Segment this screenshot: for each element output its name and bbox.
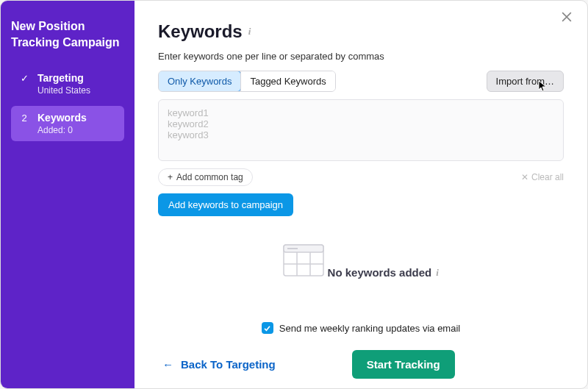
step-subtitle: United States [37, 85, 117, 96]
tabs-row: Only Keywords Tagged Keywords Import fro… [158, 71, 564, 92]
empty-state: No keywords added i [158, 244, 564, 287]
close-button[interactable] [559, 10, 577, 27]
page-title-text: Keywords [158, 21, 243, 42]
close-icon: ✕ [521, 172, 528, 182]
step-title: Targeting [37, 72, 117, 84]
keyword-mode-segment: Only Keywords Tagged Keywords [158, 71, 336, 92]
email-updates-label: Send me weekly ranking updates via email [279, 323, 460, 334]
textarea-under-row: + Add common tag ✕ Clear all [158, 168, 564, 186]
modal-root: New Position Tracking Campaign ✓ Targeti… [0, 0, 588, 389]
clear-all-button[interactable]: ✕ Clear all [521, 172, 564, 182]
info-icon[interactable]: i [436, 267, 439, 279]
step-targeting[interactable]: ✓ Targeting United States [11, 66, 124, 101]
plus-icon: + [168, 172, 173, 182]
step-title: Keywords [37, 112, 117, 124]
info-icon[interactable]: i [248, 26, 251, 38]
start-tracking-button[interactable]: Start Tracking [352, 350, 455, 379]
footer-row: ← Back To Targeting Start Tracking [158, 350, 564, 379]
step-subtitle: Added: 0 [37, 125, 117, 135]
import-button-label: Import from… [496, 76, 554, 87]
import-from-button[interactable]: Import from… [487, 71, 564, 92]
step-number: 2 [18, 113, 30, 124]
keywords-textarea[interactable] [158, 99, 564, 161]
tab-tagged-keywords[interactable]: Tagged Keywords [240, 71, 334, 91]
arrow-left-icon: ← [162, 358, 173, 371]
page-title: Keywords i [158, 21, 251, 42]
empty-title-text: No keywords added [328, 266, 432, 279]
back-to-targeting-link[interactable]: ← Back To Targeting [162, 358, 276, 371]
empty-state-title: No keywords added i [328, 266, 439, 279]
step-keywords[interactable]: 2 Keywords Added: 0 [11, 106, 124, 141]
sidebar-title: New Position Tracking Campaign [11, 18, 124, 50]
table-illustration-icon [283, 244, 324, 279]
sidebar: New Position Tracking Campaign ✓ Targeti… [1, 1, 135, 388]
close-icon [559, 10, 574, 24]
add-tag-label: Add common tag [176, 172, 243, 182]
check-icon [263, 324, 271, 332]
clear-all-label: Clear all [531, 172, 564, 182]
add-common-tag-button[interactable]: + Add common tag [158, 168, 253, 186]
email-updates-checkbox[interactable] [262, 322, 273, 334]
tab-only-keywords[interactable]: Only Keywords [158, 71, 241, 92]
back-label: Back To Targeting [181, 358, 276, 371]
page-subtext: Enter keywords one per line or separated… [158, 51, 564, 62]
main-panel: Keywords i Enter keywords one per line o… [135, 1, 587, 388]
email-updates-row: Send me weekly ranking updates via email [158, 322, 564, 334]
add-keywords-button[interactable]: Add keywords to campaign [158, 193, 293, 216]
check-icon: ✓ [18, 73, 30, 84]
